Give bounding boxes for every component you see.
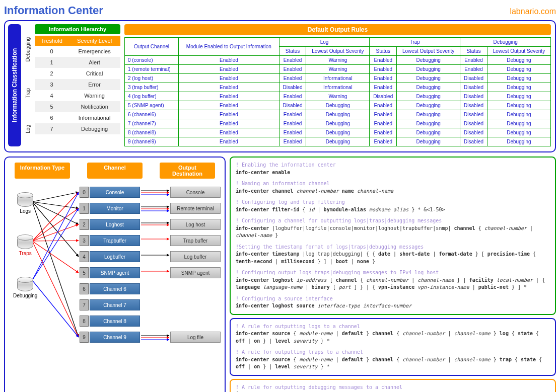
table-row: 1 (remote terminal)EnabledEnabledWarning… [125, 65, 551, 74]
cylinder-icon [17, 236, 33, 249]
cell: Enabled [370, 74, 397, 83]
cell: Enabled [279, 56, 306, 65]
channel-box: Channel 9 [90, 332, 140, 343]
flow-panel: Information Type Channel Output Destinat… [4, 156, 226, 392]
rail-log: Log [25, 123, 31, 135]
channel-row: 4Logbuffer [80, 251, 140, 262]
channel-row: 0Console [80, 187, 140, 198]
cell-severity: Debugging [68, 123, 120, 134]
cell: Enabled [370, 137, 397, 146]
col-log: Log [279, 38, 370, 47]
classification-label: Information Classification [8, 24, 21, 146]
col-dbg-los: Lowest Output Severity [487, 47, 550, 56]
cell: Debugging [397, 110, 460, 119]
command-entry: ! Configuring log and trap filteringinfo… [236, 199, 550, 213]
cell: 5 (SNMP agent) [125, 101, 179, 110]
table-row: 5 (SNMP agent)EnabledDisabledDebuggingEn… [125, 101, 551, 110]
svg-line-2 [32, 202, 79, 224]
type-rail: Debugging Trap Log [25, 24, 31, 146]
hierarchy-block: Information Hierarchy Treshold Severity … [35, 24, 120, 146]
command-panel: ! Enabling the information centerinfo-ce… [230, 156, 556, 392]
cell-severity: Error [68, 79, 120, 90]
cell-threshold: 6 [35, 112, 68, 123]
col-module-enabled: Module Enabled to Output Information [179, 38, 279, 56]
channel-number: 6 [80, 283, 89, 294]
channel-number: 8 [80, 316, 89, 327]
rail-debugging: Debugging [25, 35, 31, 63]
channel-row: 8Channel 8 [80, 316, 140, 327]
cell: 6 (channel6) [125, 110, 179, 119]
cell-severity: Informational [68, 112, 120, 123]
cell: Enabled [370, 56, 397, 65]
cell: Enabled [179, 101, 279, 110]
cell: Debugging [487, 101, 550, 110]
command-entry: ! A rule for outputting traps to a chann… [236, 349, 550, 371]
channel-box: Logbuffer [90, 251, 140, 262]
cylinder-icon [17, 278, 33, 291]
table-row: 3 (trap buffer)EnabledDisabledInformatio… [125, 83, 551, 92]
cell: Debugging [487, 128, 550, 137]
page-title: Information Center [4, 4, 103, 17]
col-threshold: Treshold [35, 36, 68, 46]
cell: Enabled [179, 92, 279, 101]
source-logs: Logs [13, 194, 37, 214]
cell: Enabled [460, 56, 487, 65]
cell-severity: Emergencies [68, 46, 120, 57]
channel-box: Trapbuffer [90, 235, 140, 246]
cell: Enabled [370, 101, 397, 110]
cell: Debugging [397, 56, 460, 65]
cell: Enabled [370, 119, 397, 128]
cell: Enabled [460, 65, 487, 74]
svg-line-0 [32, 192, 79, 202]
col-trap-los: Lowest Output Severity [397, 47, 460, 56]
cell: Disabled [460, 119, 487, 128]
rail-trap: Trap [25, 86, 31, 100]
command-entry: ! A rule for outputting logs to a channe… [236, 323, 550, 345]
cell-threshold: 3 [35, 79, 68, 90]
channel-box: Channel 8 [90, 316, 140, 327]
cmd-box-log-trap: ! A rule for outputting logs to a channe… [230, 318, 556, 376]
cell: Debugging [487, 83, 550, 92]
cell-threshold: 7 [35, 123, 68, 134]
source-traps: Traps [13, 236, 37, 256]
command-entry: ! A rule for outputting debugging messag… [236, 384, 550, 393]
cell: Debugging [487, 65, 550, 74]
cell: Disabled [279, 101, 306, 110]
cell: Enabled [279, 110, 306, 119]
cmd-box-general: ! Enabling the information centerinfo-ce… [230, 156, 556, 315]
cell: 2 (log host) [125, 74, 179, 83]
svg-line-6 [32, 208, 79, 241]
channel-row: 7Channel 7 [80, 299, 140, 310]
table-row: 2 (log host)EnabledEnabledInformationalE… [125, 74, 551, 83]
cell: Debugging [306, 119, 370, 128]
rules-block: Default Output Rules Output Channel Modu… [124, 24, 551, 146]
svg-line-9 [32, 241, 79, 273]
cell: 0 (console) [125, 56, 179, 65]
table-row: 8 (channel8)EnabledEnabledDebuggingEnabl… [125, 128, 551, 137]
channel-row: 2Loghost [80, 219, 140, 230]
brand-label: labnario.com [510, 7, 556, 16]
cell-threshold: 5 [35, 101, 68, 112]
hierarchy-header: Information Hierarchy [35, 24, 120, 34]
col-trap-status: Status [370, 47, 397, 56]
cell: Warning [306, 65, 370, 74]
cmd-box-debug: ! A rule for outputting debugging messag… [230, 379, 556, 393]
channel-row: 5SNMP agent [80, 267, 140, 278]
table-row: 4 (log buffer)EnabledEnabledWarningDisab… [125, 92, 551, 101]
cell: Enabled [179, 65, 279, 74]
cell: 7 (channel7) [125, 119, 179, 128]
svg-line-7 [32, 224, 79, 241]
cell: Enabled [370, 110, 397, 119]
channel-number: 7 [80, 299, 89, 310]
cell: Disabled [460, 101, 487, 110]
channel-row: 6Channel 6 [80, 283, 140, 294]
cell: 4 (log buffer) [125, 92, 179, 101]
destination-box: Trap buffer [170, 235, 221, 246]
cell-severity: Alert [68, 57, 120, 68]
cell: Warning [306, 56, 370, 65]
cell: Enabled [179, 119, 279, 128]
table-row: 7 (channel7)EnabledEnabledDebuggingEnabl… [125, 119, 551, 128]
channel-box: Channel 6 [90, 283, 140, 294]
cell: Debugging [487, 137, 550, 146]
col-trap: Trap [370, 38, 460, 47]
